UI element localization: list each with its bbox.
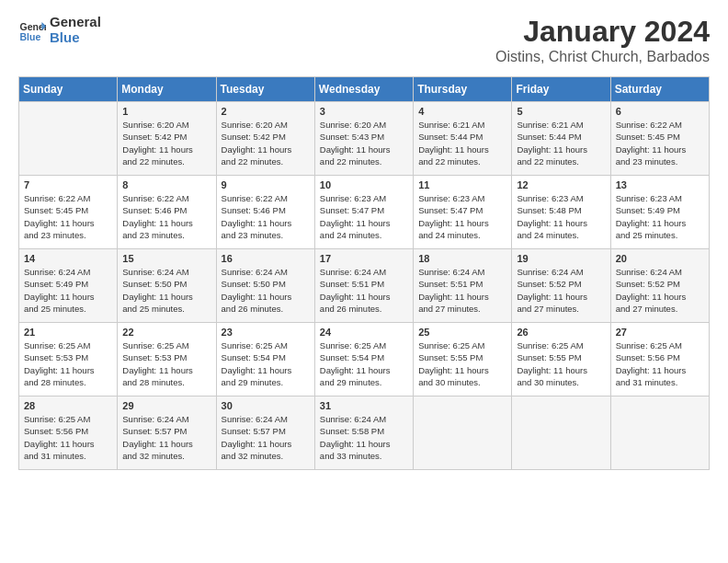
day-info: Sunrise: 6:24 AMSunset: 5:50 PMDaylight:… — [222, 266, 310, 315]
calendar-cell: 7Sunrise: 6:22 AMSunset: 5:45 PMDaylight… — [19, 176, 118, 249]
day-info: Sunrise: 6:24 AMSunset: 5:57 PMDaylight:… — [222, 413, 310, 462]
day-info: Sunrise: 6:20 AMSunset: 5:42 PMDaylight:… — [222, 119, 310, 167]
day-info: Sunrise: 6:23 AMSunset: 5:48 PMDaylight:… — [517, 192, 605, 241]
day-number: 13 — [616, 179, 704, 190]
day-info: Sunrise: 6:23 AMSunset: 5:49 PMDaylight:… — [616, 192, 704, 241]
calendar-cell — [512, 396, 610, 470]
header-day-friday: Friday — [512, 77, 610, 102]
logo-icon: General Blue — [18, 17, 46, 44]
logo-general: General — [50, 15, 101, 30]
day-number: 7 — [24, 179, 112, 190]
day-number: 3 — [320, 106, 408, 117]
header-day-thursday: Thursday — [414, 77, 512, 102]
day-number: 5 — [517, 106, 605, 117]
day-number: 14 — [24, 253, 112, 264]
day-number: 16 — [222, 253, 310, 264]
day-info: Sunrise: 6:23 AMSunset: 5:47 PMDaylight:… — [320, 192, 408, 241]
day-number: 2 — [222, 106, 310, 117]
day-info: Sunrise: 6:25 AMSunset: 5:55 PMDaylight:… — [517, 339, 605, 388]
week-row-4: 21Sunrise: 6:25 AMSunset: 5:53 PMDayligh… — [19, 323, 710, 396]
day-info: Sunrise: 6:22 AMSunset: 5:46 PMDaylight:… — [122, 192, 210, 241]
calendar-cell: 16Sunrise: 6:24 AMSunset: 5:50 PMDayligh… — [216, 249, 314, 323]
day-number: 24 — [320, 327, 408, 338]
calendar-cell: 20Sunrise: 6:24 AMSunset: 5:52 PMDayligh… — [610, 249, 709, 323]
calendar-cell: 2Sunrise: 6:20 AMSunset: 5:42 PMDaylight… — [216, 102, 314, 176]
day-number: 26 — [517, 327, 605, 338]
header: General Blue General Blue January 2024 O… — [18, 15, 710, 65]
calendar-table: SundayMondayTuesdayWednesdayThursdayFrid… — [18, 76, 710, 470]
day-info: Sunrise: 6:21 AMSunset: 5:44 PMDaylight:… — [418, 119, 506, 167]
day-info: Sunrise: 6:24 AMSunset: 5:51 PMDaylight:… — [418, 266, 506, 315]
header-row: SundayMondayTuesdayWednesdayThursdayFrid… — [19, 77, 710, 102]
day-info: Sunrise: 6:25 AMSunset: 5:53 PMDaylight:… — [24, 339, 112, 388]
calendar-cell: 30Sunrise: 6:24 AMSunset: 5:57 PMDayligh… — [216, 396, 314, 470]
day-info: Sunrise: 6:24 AMSunset: 5:52 PMDaylight:… — [616, 266, 704, 315]
day-info: Sunrise: 6:22 AMSunset: 5:46 PMDaylight:… — [222, 192, 310, 241]
calendar-cell: 25Sunrise: 6:25 AMSunset: 5:55 PMDayligh… — [414, 323, 512, 396]
calendar-cell: 14Sunrise: 6:24 AMSunset: 5:49 PMDayligh… — [19, 249, 118, 323]
day-number: 25 — [418, 327, 506, 338]
calendar-cell: 19Sunrise: 6:24 AMSunset: 5:52 PMDayligh… — [512, 249, 610, 323]
day-info: Sunrise: 6:20 AMSunset: 5:42 PMDaylight:… — [122, 119, 210, 167]
calendar-cell: 6Sunrise: 6:22 AMSunset: 5:45 PMDaylight… — [610, 102, 709, 176]
day-info: Sunrise: 6:21 AMSunset: 5:44 PMDaylight:… — [517, 119, 605, 167]
day-info: Sunrise: 6:22 AMSunset: 5:45 PMDaylight:… — [24, 192, 112, 241]
day-number: 18 — [418, 253, 506, 264]
day-info: Sunrise: 6:23 AMSunset: 5:47 PMDaylight:… — [418, 192, 506, 241]
day-info: Sunrise: 6:25 AMSunset: 5:54 PMDaylight:… — [222, 339, 310, 388]
day-number: 8 — [122, 179, 210, 190]
calendar-body: 1Sunrise: 6:20 AMSunset: 5:42 PMDaylight… — [19, 102, 710, 470]
calendar-cell: 27Sunrise: 6:25 AMSunset: 5:56 PMDayligh… — [610, 323, 709, 396]
header-day-monday: Monday — [118, 77, 216, 102]
day-number: 22 — [122, 327, 210, 338]
day-number: 19 — [517, 253, 605, 264]
calendar-cell: 4Sunrise: 6:21 AMSunset: 5:44 PMDaylight… — [414, 102, 512, 176]
calendar-cell: 31Sunrise: 6:24 AMSunset: 5:58 PMDayligh… — [314, 396, 413, 470]
week-row-1: 1Sunrise: 6:20 AMSunset: 5:42 PMDaylight… — [19, 102, 710, 176]
week-row-5: 28Sunrise: 6:25 AMSunset: 5:56 PMDayligh… — [19, 396, 710, 470]
calendar-title: January 2024 — [495, 15, 710, 49]
week-row-2: 7Sunrise: 6:22 AMSunset: 5:45 PMDaylight… — [19, 176, 710, 249]
day-number: 31 — [320, 400, 408, 411]
calendar-cell: 12Sunrise: 6:23 AMSunset: 5:48 PMDayligh… — [512, 176, 610, 249]
day-number: 9 — [222, 179, 310, 190]
calendar-cell: 17Sunrise: 6:24 AMSunset: 5:51 PMDayligh… — [314, 249, 413, 323]
header-day-saturday: Saturday — [610, 77, 709, 102]
calendar-cell: 10Sunrise: 6:23 AMSunset: 5:47 PMDayligh… — [314, 176, 413, 249]
day-number: 27 — [616, 327, 704, 338]
calendar-cell: 22Sunrise: 6:25 AMSunset: 5:53 PMDayligh… — [118, 323, 216, 396]
calendar-cell — [414, 396, 512, 470]
day-info: Sunrise: 6:25 AMSunset: 5:56 PMDaylight:… — [616, 339, 704, 388]
calendar-header: SundayMondayTuesdayWednesdayThursdayFrid… — [19, 77, 710, 102]
svg-text:Blue: Blue — [20, 30, 41, 41]
day-number: 10 — [320, 179, 408, 190]
header-day-tuesday: Tuesday — [216, 77, 314, 102]
day-info: Sunrise: 6:20 AMSunset: 5:43 PMDaylight:… — [320, 119, 408, 167]
day-number: 23 — [222, 327, 310, 338]
calendar-cell: 3Sunrise: 6:20 AMSunset: 5:43 PMDaylight… — [314, 102, 413, 176]
day-number: 11 — [418, 179, 506, 190]
calendar-cell: 5Sunrise: 6:21 AMSunset: 5:44 PMDaylight… — [512, 102, 610, 176]
calendar-cell: 23Sunrise: 6:25 AMSunset: 5:54 PMDayligh… — [216, 323, 314, 396]
day-number: 6 — [616, 106, 704, 117]
calendar-cell — [610, 396, 709, 470]
calendar-cell: 11Sunrise: 6:23 AMSunset: 5:47 PMDayligh… — [414, 176, 512, 249]
day-info: Sunrise: 6:25 AMSunset: 5:53 PMDaylight:… — [122, 339, 210, 388]
day-number: 12 — [517, 179, 605, 190]
day-number: 21 — [24, 327, 112, 338]
calendar-cell: 13Sunrise: 6:23 AMSunset: 5:49 PMDayligh… — [610, 176, 709, 249]
header-day-wednesday: Wednesday — [314, 77, 413, 102]
logo: General Blue General Blue — [18, 15, 101, 45]
logo-blue: Blue — [50, 30, 101, 46]
day-info: Sunrise: 6:24 AMSunset: 5:58 PMDaylight:… — [320, 413, 408, 462]
day-info: Sunrise: 6:25 AMSunset: 5:55 PMDaylight:… — [418, 339, 506, 388]
week-row-3: 14Sunrise: 6:24 AMSunset: 5:49 PMDayligh… — [19, 249, 710, 323]
day-number: 17 — [320, 253, 408, 264]
title-area: January 2024 Oistins, Christ Church, Bar… — [495, 15, 710, 65]
day-info: Sunrise: 6:24 AMSunset: 5:51 PMDaylight:… — [320, 266, 408, 315]
calendar-cell: 26Sunrise: 6:25 AMSunset: 5:55 PMDayligh… — [512, 323, 610, 396]
day-info: Sunrise: 6:24 AMSunset: 5:50 PMDaylight:… — [122, 266, 210, 315]
day-info: Sunrise: 6:24 AMSunset: 5:57 PMDaylight:… — [122, 413, 210, 462]
header-day-sunday: Sunday — [19, 77, 118, 102]
day-number: 28 — [24, 400, 112, 411]
